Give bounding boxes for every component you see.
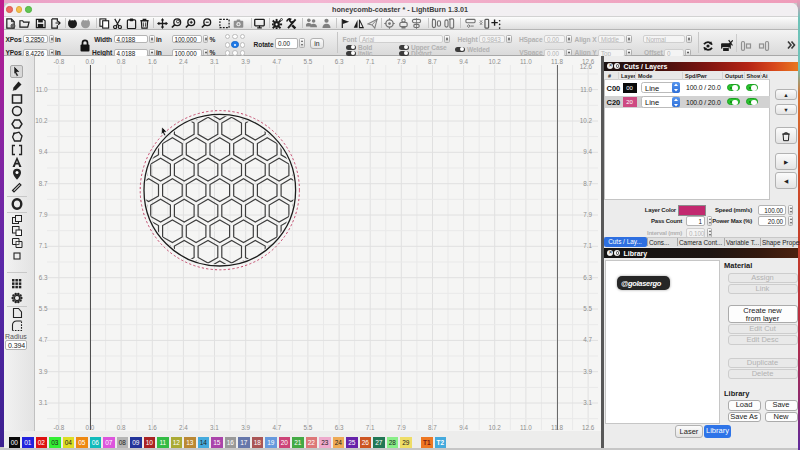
svg-text:3.1: 3.1 xyxy=(39,399,48,406)
svg-text:11.8: 11.8 xyxy=(551,58,563,65)
svg-text:3.9: 3.9 xyxy=(39,368,48,375)
svg-text:0.0: 0.0 xyxy=(86,424,95,431)
svg-text:7.9: 7.9 xyxy=(397,58,406,65)
svg-text:11.0: 11.0 xyxy=(520,424,532,431)
svg-text:8.7: 8.7 xyxy=(39,180,48,187)
svg-text:10.2: 10.2 xyxy=(489,58,502,65)
svg-text:5.5: 5.5 xyxy=(583,305,592,312)
svg-text:7.1: 7.1 xyxy=(366,58,375,65)
svg-text:4.7: 4.7 xyxy=(272,424,281,431)
svg-text:4.7: 4.7 xyxy=(39,336,48,343)
svg-text:0.0: 0.0 xyxy=(86,58,95,65)
svg-text:7.9: 7.9 xyxy=(583,211,592,218)
svg-text:11.0: 11.0 xyxy=(520,58,532,65)
svg-text:9.4: 9.4 xyxy=(459,58,468,65)
svg-text:6.3: 6.3 xyxy=(583,274,592,281)
svg-text:11.8: 11.8 xyxy=(551,424,563,431)
svg-text:9.4: 9.4 xyxy=(39,148,48,155)
svg-text:11.0: 11.0 xyxy=(580,86,592,93)
svg-text:9.4: 9.4 xyxy=(583,148,592,155)
svg-text:-0.8: -0.8 xyxy=(53,424,64,431)
svg-text:5.5: 5.5 xyxy=(304,424,313,431)
svg-text:6.3: 6.3 xyxy=(39,274,48,281)
svg-text:10.2: 10.2 xyxy=(580,117,593,124)
svg-text:3.1: 3.1 xyxy=(583,399,592,406)
svg-text:8.7: 8.7 xyxy=(428,58,437,65)
svg-text:12.6: 12.6 xyxy=(580,63,593,70)
svg-text:3.9: 3.9 xyxy=(241,424,250,431)
svg-text:8.7: 8.7 xyxy=(428,424,437,431)
svg-text:12.6: 12.6 xyxy=(582,424,595,431)
svg-text:6.3: 6.3 xyxy=(335,424,344,431)
svg-text:-0.8: -0.8 xyxy=(53,58,64,65)
svg-text:7.1: 7.1 xyxy=(583,242,592,249)
svg-text:9.4: 9.4 xyxy=(459,424,468,431)
svg-text:6.3: 6.3 xyxy=(335,58,344,65)
svg-text:4.7: 4.7 xyxy=(272,58,281,65)
svg-text:3.1: 3.1 xyxy=(210,58,219,65)
svg-text:1.6: 1.6 xyxy=(148,424,157,431)
svg-text:7.9: 7.9 xyxy=(397,424,406,431)
svg-text:3.1: 3.1 xyxy=(210,424,219,431)
svg-text:10.2: 10.2 xyxy=(489,424,502,431)
svg-text:1.6: 1.6 xyxy=(148,58,157,65)
svg-text:8.7: 8.7 xyxy=(583,180,592,187)
svg-text:7.1: 7.1 xyxy=(366,424,375,431)
svg-text:11.0: 11.0 xyxy=(36,86,48,93)
svg-text:5.5: 5.5 xyxy=(304,58,313,65)
svg-text:7.1: 7.1 xyxy=(39,242,48,249)
svg-text:3.9: 3.9 xyxy=(241,58,250,65)
svg-text:2.4: 2.4 xyxy=(179,424,188,431)
svg-text:5.5: 5.5 xyxy=(39,305,48,312)
svg-text:4.7: 4.7 xyxy=(583,336,592,343)
svg-text:7.9: 7.9 xyxy=(39,211,48,218)
svg-text:0.8: 0.8 xyxy=(117,58,126,65)
svg-text:10.2: 10.2 xyxy=(35,117,48,124)
svg-text:0.8: 0.8 xyxy=(117,424,126,431)
svg-text:3.9: 3.9 xyxy=(583,368,592,375)
svg-text:2.4: 2.4 xyxy=(179,58,188,65)
